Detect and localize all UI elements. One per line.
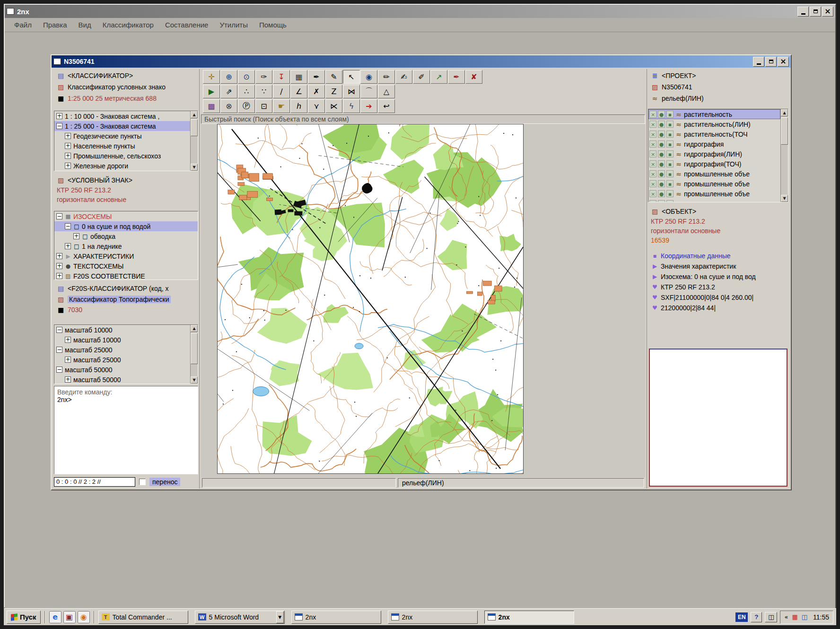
tree-expander[interactable]: + [56,113,62,119]
start-button[interactable]: Пуск [7,611,41,624]
edit-pencil-tool[interactable]: ✏ [378,70,395,84]
task-dropdown-button[interactable]: ▼ [276,611,284,623]
main-titlebar[interactable]: 2nx × [5,5,835,18]
language-indicator[interactable]: EN [735,612,748,622]
help-button[interactable]: ? [751,612,762,622]
drop-point-tool[interactable]: ↧ [273,70,290,84]
scroll-down-icon[interactable]: ▼ [191,376,198,384]
taskbar-task[interactable]: 2nx ▼ [291,611,381,624]
tree-expander[interactable]: − [56,327,62,333]
ie-icon[interactable]: e [49,611,61,623]
layer-visibility-icon[interactable]: × [649,131,656,138]
tree-row[interactable]: + 1 : 10 000 - Знаковая система , [54,111,190,121]
scrollbar-track[interactable] [191,332,198,376]
split-tool[interactable]: ⋎ [308,99,325,113]
document-titlebar[interactable]: N3506741 × [52,55,791,68]
apply-hand-tool[interactable]: ☛ [273,99,290,113]
layer-edit-icon[interactable]: ▪ [666,121,674,128]
scrollbar-thumb[interactable] [781,117,788,145]
layer-row[interactable]: × ● ▪ ≈ промышленные объе [648,169,780,179]
layer-edit-icon[interactable]: ▪ [666,190,674,197]
layer-visibility-icon[interactable]: × [649,180,656,187]
tree-expander[interactable]: − [56,213,62,219]
palette-tool[interactable]: ▩ [203,99,220,113]
media-player-icon[interactable]: ◉ [78,611,90,623]
layer-edit-icon[interactable]: ▪ [666,160,674,167]
layer-select-icon[interactable]: ● [658,180,665,187]
tree-row[interactable]: − □ 0 на суше и под водой [54,221,198,231]
layer-edit-icon[interactable]: ▪ [666,200,674,202]
menu-item[interactable]: Вид [74,19,96,31]
doc-minimize-button[interactable] [753,57,764,67]
menu-item[interactable]: Составление [160,19,213,31]
object-detail-row[interactable]: ♥ КТР 250 RF 213.2 [648,282,788,292]
run-object-tool[interactable]: ϟ [343,99,360,113]
map-canvas[interactable] [217,124,524,474]
tree-row[interactable]: − ■ ИЗОСХЕМЫ [54,211,198,221]
restore-button[interactable] [810,7,821,17]
scroll-up-icon[interactable]: ▲ [191,111,198,118]
height-search-tool[interactable]: ℎ [290,99,307,113]
join-lines-tool[interactable]: ⋈ [343,85,360,98]
grid-tool[interactable]: ▦ [290,70,307,84]
layer-select-icon[interactable]: ● [658,111,665,118]
ink-pen-tool[interactable]: ✒ [308,70,325,84]
red-pen-tool[interactable]: ✒ [448,70,465,84]
wrap-checkbox[interactable] [139,479,146,485]
tree-row[interactable]: + масштаб 50000 [54,375,190,384]
scrollbar-track[interactable] [781,116,788,195]
layer-select-icon[interactable]: ● [658,121,665,128]
layer-row[interactable]: × ● ▪ ≈ населенные пункты [648,199,780,202]
tree-expander[interactable]: + [73,233,79,239]
merge-tool[interactable]: ⋉ [325,99,342,113]
tree-expander[interactable]: − [56,123,62,129]
add-vertex-tool[interactable]: ∴ [238,85,255,98]
doc-restore-button[interactable] [765,57,777,67]
layer-row[interactable]: × ● ▪ ≈ промышленные объе [648,189,780,199]
params-tool[interactable]: Ⓟ [238,99,255,113]
z-order-tool[interactable]: Z [325,85,342,98]
tree-row[interactable]: + Железные дороги [54,161,190,171]
layer-visibility-icon[interactable]: × [649,170,656,177]
layer-edit-icon[interactable]: ▪ [666,150,674,157]
object-detail-row[interactable]: ♥ SXF|21100000|0|84 0|4 260.00| [648,292,788,303]
menu-item[interactable]: Файл [9,19,36,31]
scrollbar[interactable]: ▲ ▼ [190,325,198,384]
tree-expander[interactable]: − [56,367,62,373]
tray-monitor-icon[interactable]: ◫ [802,613,807,620]
tree-expander[interactable]: + [65,357,71,363]
cross-cut-tool[interactable]: ✗ [308,85,325,98]
hand-pen-tool[interactable]: ✍ [395,70,412,84]
object-detail-row[interactable]: ▶ Изосхема: 0 на суше и под вод [648,271,788,282]
tree-expander[interactable]: + [65,337,71,343]
tree-row[interactable]: + □ обводка [54,231,198,241]
pencil-tool[interactable]: ✎ [325,70,342,84]
tree-row[interactable]: − масштаб 25000 [54,345,190,355]
scroll-down-icon[interactable]: ▼ [781,195,788,202]
scrollbar-thumb[interactable] [191,119,198,136]
layer-visibility-icon[interactable]: × [649,150,656,157]
tree-row[interactable]: − масштаб 10000 [54,325,190,335]
layer-edit-icon[interactable]: ▪ [666,180,674,187]
layer-select-icon[interactable]: ● [658,190,665,197]
scroll-up-icon[interactable]: ▲ [191,325,198,332]
layer-row[interactable]: × ● ▪ ≈ растительность(ЛИН) [648,119,780,129]
forward-tool[interactable]: ➔ [360,99,377,113]
tree-row[interactable]: + Населенные пункты [54,141,190,151]
layer-select-icon[interactable]: ● [658,170,665,177]
layer-select-icon[interactable]: ● [658,150,665,157]
tree-row[interactable]: + Геодезические пункты [54,131,190,141]
scrollbar-track[interactable] [191,118,198,164]
tree-row[interactable]: + ▶ ХАРАКТЕРИСТИКИ [54,251,198,261]
zoom-area-tool[interactable]: ⊙ [238,70,255,84]
command-input[interactable]: Введите команду: 2nx> [54,386,198,474]
tree-expander[interactable]: + [65,143,71,149]
remove-vertex-tool[interactable]: ∵ [255,85,272,98]
pan-tool[interactable]: ✛ [203,70,220,84]
tree-row[interactable]: + ● ТЕКСТОСХЕМЫ [54,261,198,271]
cancel-tool[interactable]: ⊗ [220,99,237,113]
layer-row[interactable]: × ● ▪ ≈ гидрография [648,139,780,149]
point-pen-tool[interactable]: ✐ [413,70,430,84]
layer-visibility-icon[interactable]: × [649,121,656,128]
object-detail-row[interactable]: ▪ Координатные данные [648,251,788,261]
